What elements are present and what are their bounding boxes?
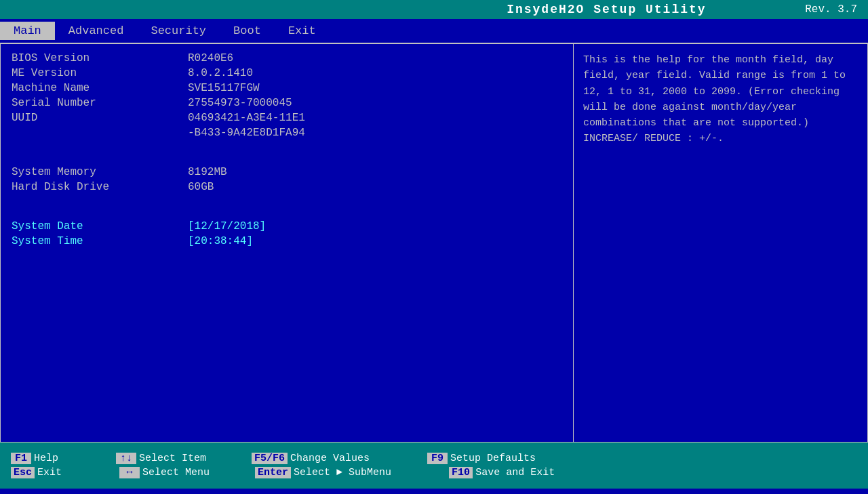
main-content: BIOS Version R0240E6 ME Version 8.0.2.14… — [0, 43, 868, 442]
save-exit-desc: Save and Exit — [475, 467, 555, 478]
select-item-desc: Select Item — [139, 453, 224, 464]
serial-number-row: Serial Number 27554973-7000045 — [12, 97, 562, 109]
footer-row-2: Esc Exit ↔ Select Menu Enter Select ► Su… — [11, 467, 857, 478]
hard-disk-value: 60GB — [188, 181, 214, 193]
f10-key: F10 — [449, 467, 473, 478]
me-version-label: ME Version — [12, 67, 188, 79]
bios-version-value: R0240E6 — [188, 52, 233, 64]
system-memory-value: 8192MB — [188, 166, 227, 178]
machine-name-row: Machine Name SVE15117FGW — [12, 82, 562, 94]
bios-version-row: BIOS Version R0240E6 — [12, 52, 562, 64]
serial-number-label: Serial Number — [12, 97, 188, 109]
f5f6-key: F5/F6 — [252, 453, 288, 464]
setup-defaults-desc: Setup Defaults — [450, 453, 536, 464]
leftright-key: ↔ — [119, 467, 140, 478]
esc-desc: Exit — [37, 467, 92, 478]
title-bar: InsydeH2O Setup Utility Rev. 3.7 — [0, 0, 868, 19]
updown-key: ↑↓ — [116, 453, 136, 464]
me-version-row: ME Version 8.0.2.1410 — [12, 67, 562, 79]
system-date-label: System Date — [12, 220, 188, 232]
uuid-label: UUID — [12, 112, 188, 124]
menu-item-main[interactable]: Main — [0, 22, 55, 40]
enter-key: Enter — [255, 467, 291, 478]
menu-bar: Main Advanced Security Boot Exit — [0, 19, 868, 43]
system-time-value[interactable]: [20:38:44] — [188, 235, 253, 247]
footer: F1 Help ↑↓ Select Item F5/F6 Change Valu… — [0, 442, 868, 489]
select-menu-desc: Select Menu — [142, 467, 228, 478]
machine-name-value: SVE15117FGW — [188, 82, 260, 94]
uuid-row: UUID 04693421-A3E4-11E1 — [12, 112, 562, 124]
left-panel: BIOS Version R0240E6 ME Version 8.0.2.14… — [1, 44, 574, 442]
bios-version-label: BIOS Version — [12, 52, 188, 64]
help-text: This is the help for the month field, da… — [583, 52, 858, 147]
system-time-label: System Time — [12, 235, 188, 247]
esc-key: Esc — [11, 467, 35, 478]
menu-item-exit[interactable]: Exit — [275, 22, 330, 40]
footer-row-1: F1 Help ↑↓ Select Item F5/F6 Change Valu… — [11, 453, 857, 464]
hard-disk-row: Hard Disk Drive 60GB — [12, 181, 562, 193]
system-date-row[interactable]: System Date [12/17/2018] — [12, 220, 562, 232]
bios-title: InsydeH2O Setup Utility — [408, 3, 806, 16]
f9-key: F9 — [427, 453, 448, 464]
system-time-row[interactable]: System Time [20:38:44] — [12, 235, 562, 247]
select-submenu-desc: Select ► SubMenu — [294, 467, 422, 478]
uuid-continuation: -B433-9A42E8D1FA94 — [188, 127, 562, 139]
f1-desc: Help — [34, 453, 89, 464]
system-date-value[interactable]: [12/17/2018] — [188, 220, 266, 232]
menu-item-advanced[interactable]: Advanced — [55, 22, 138, 40]
system-memory-row: System Memory 8192MB — [12, 166, 562, 178]
f1-key: F1 — [11, 453, 31, 464]
serial-number-value: 27554973-7000045 — [188, 97, 292, 109]
change-values-desc: Change Values — [290, 453, 400, 464]
hard-disk-label: Hard Disk Drive — [12, 181, 188, 193]
uuid-value-line1: 04693421-A3E4-11E1 — [188, 112, 305, 124]
menu-item-security[interactable]: Security — [137, 22, 220, 40]
revision-text: Rev. 3.7 — [805, 3, 857, 16]
machine-name-label: Machine Name — [12, 82, 188, 94]
system-memory-label: System Memory — [12, 166, 188, 178]
menu-item-boot[interactable]: Boot — [220, 22, 275, 40]
right-panel: This is the help for the month field, da… — [574, 44, 867, 442]
me-version-value: 8.0.2.1410 — [188, 67, 253, 79]
